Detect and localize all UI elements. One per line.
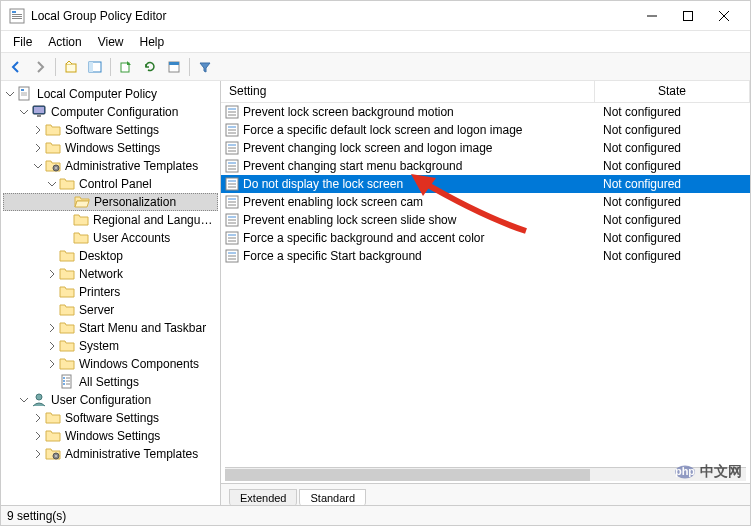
toolbar-separator bbox=[189, 58, 190, 76]
tree-printers-icon bbox=[59, 284, 75, 300]
menu-action[interactable]: Action bbox=[40, 33, 89, 51]
svg-point-23 bbox=[55, 167, 57, 169]
tree-printers[interactable]: Printers bbox=[3, 283, 218, 301]
tree-uc-software[interactable]: Software Settings bbox=[3, 409, 218, 427]
tree-network-icon bbox=[59, 266, 75, 282]
tab-extended[interactable]: Extended bbox=[229, 489, 297, 505]
tree-personalization-icon bbox=[74, 194, 90, 210]
setting-row[interactable]: Prevent enabling lock screen slide showN… bbox=[221, 211, 750, 229]
tree-all-settings[interactable]: All Settings bbox=[3, 373, 218, 391]
menubar: File Action View Help bbox=[1, 31, 750, 53]
content-area: Local Computer PolicyComputer Configurat… bbox=[1, 81, 750, 505]
tree-cc-software[interactable]: Software Settings bbox=[3, 121, 218, 139]
show-hide-tree-button[interactable] bbox=[84, 56, 106, 78]
menu-help[interactable]: Help bbox=[132, 33, 173, 51]
svg-rect-11 bbox=[89, 62, 93, 72]
menu-view[interactable]: View bbox=[90, 33, 132, 51]
svg-rect-20 bbox=[34, 107, 44, 113]
watermark-text: 中文网 bbox=[700, 463, 742, 481]
setting-state: Not configured bbox=[595, 249, 750, 263]
toolbar-separator bbox=[55, 58, 56, 76]
export-button[interactable] bbox=[115, 56, 137, 78]
minimize-button[interactable] bbox=[634, 2, 670, 30]
tree-start-taskbar[interactable]: Start Menu and Taskbar bbox=[3, 319, 218, 337]
tree-computer-config[interactable]: Computer Configuration bbox=[3, 103, 218, 121]
tree-personalization[interactable]: Personalization bbox=[3, 193, 218, 211]
tree-uc-windows[interactable]: Windows Settings bbox=[3, 427, 218, 445]
tree-root-icon bbox=[17, 86, 33, 102]
tree-pane[interactable]: Local Computer PolicyComputer Configurat… bbox=[1, 81, 221, 505]
app-icon bbox=[9, 8, 25, 24]
collapse-icon[interactable] bbox=[17, 105, 31, 119]
tree-regional[interactable]: Regional and Language bbox=[3, 211, 218, 229]
expand-icon[interactable] bbox=[31, 447, 45, 461]
setting-row[interactable]: Prevent changing lock screen and logon i… bbox=[221, 139, 750, 157]
setting-row[interactable]: Do not display the lock screenNot config… bbox=[221, 175, 750, 193]
tree-uc-admin-icon bbox=[45, 446, 61, 462]
collapse-icon[interactable] bbox=[17, 393, 31, 407]
tree-desktop[interactable]: Desktop bbox=[3, 247, 218, 265]
column-state[interactable]: State bbox=[595, 81, 750, 102]
setting-icon bbox=[225, 141, 239, 155]
setting-icon bbox=[225, 231, 239, 245]
tree-uc-admin[interactable]: Administrative Templates bbox=[3, 445, 218, 463]
setting-name: Force a specific Start background bbox=[243, 249, 422, 263]
scrollbar-thumb[interactable] bbox=[225, 469, 590, 481]
tree-cc-admin[interactable]: Administrative Templates bbox=[3, 157, 218, 175]
expand-icon[interactable] bbox=[31, 411, 45, 425]
expand-icon[interactable] bbox=[31, 141, 45, 155]
list-body[interactable]: Prevent lock screen background motionNot… bbox=[221, 103, 750, 467]
expand-icon[interactable] bbox=[31, 123, 45, 137]
tree-network[interactable]: Network bbox=[3, 265, 218, 283]
expand-icon[interactable] bbox=[45, 267, 59, 281]
expand-icon[interactable] bbox=[31, 429, 45, 443]
tree-cc-windows[interactable]: Windows Settings bbox=[3, 139, 218, 157]
tree-computer-config-icon bbox=[31, 104, 47, 120]
tree-win-components[interactable]: Windows Components bbox=[3, 355, 218, 373]
setting-row[interactable]: Prevent lock screen background motionNot… bbox=[221, 103, 750, 121]
watermark: php 中文网 bbox=[674, 461, 742, 483]
maximize-button[interactable] bbox=[670, 2, 706, 30]
tab-standard[interactable]: Standard bbox=[299, 489, 366, 505]
expand-icon[interactable] bbox=[45, 321, 59, 335]
expand-icon[interactable] bbox=[45, 357, 59, 371]
tree-cc-software-icon bbox=[45, 122, 61, 138]
collapse-icon[interactable] bbox=[45, 177, 59, 191]
expand-icon[interactable] bbox=[45, 339, 59, 353]
setting-state: Not configured bbox=[595, 177, 750, 191]
tree-root[interactable]: Local Computer Policy bbox=[3, 85, 218, 103]
setting-row[interactable]: Prevent enabling lock screen camNot conf… bbox=[221, 193, 750, 211]
setting-row[interactable]: Force a specific Start backgroundNot con… bbox=[221, 247, 750, 265]
tree-server[interactable]: Server bbox=[3, 301, 218, 319]
setting-row[interactable]: Force a specific default lock screen and… bbox=[221, 121, 750, 139]
setting-icon bbox=[225, 177, 239, 191]
window-title: Local Group Policy Editor bbox=[31, 9, 634, 23]
tree-system[interactable]: System bbox=[3, 337, 218, 355]
svg-rect-4 bbox=[12, 18, 22, 19]
tree-control-panel[interactable]: Control Panel bbox=[3, 175, 218, 193]
refresh-button[interactable] bbox=[139, 56, 161, 78]
close-button[interactable] bbox=[706, 2, 742, 30]
properties-button[interactable] bbox=[163, 56, 185, 78]
filter-button[interactable] bbox=[194, 56, 216, 78]
collapse-icon[interactable] bbox=[31, 159, 45, 173]
forward-button[interactable] bbox=[29, 56, 51, 78]
tree-user-accounts[interactable]: User Accounts bbox=[3, 229, 218, 247]
titlebar: Local Group Policy Editor bbox=[1, 1, 750, 31]
svg-rect-1 bbox=[12, 11, 16, 13]
setting-icon bbox=[225, 159, 239, 173]
tree-user-config[interactable]: User Configuration bbox=[3, 391, 218, 409]
svg-rect-9 bbox=[66, 64, 76, 72]
setting-icon bbox=[225, 195, 239, 209]
setting-icon bbox=[225, 213, 239, 227]
back-button[interactable] bbox=[5, 56, 27, 78]
tree-uc-software-icon bbox=[45, 410, 61, 426]
up-button[interactable] bbox=[60, 56, 82, 78]
setting-row[interactable]: Force a specific background and accent c… bbox=[221, 229, 750, 247]
setting-row[interactable]: Prevent changing start menu backgroundNo… bbox=[221, 157, 750, 175]
horizontal-scrollbar[interactable] bbox=[225, 467, 746, 481]
column-setting[interactable]: Setting bbox=[221, 81, 595, 102]
collapse-icon[interactable] bbox=[3, 87, 17, 101]
svg-rect-14 bbox=[169, 62, 179, 65]
menu-file[interactable]: File bbox=[5, 33, 40, 51]
